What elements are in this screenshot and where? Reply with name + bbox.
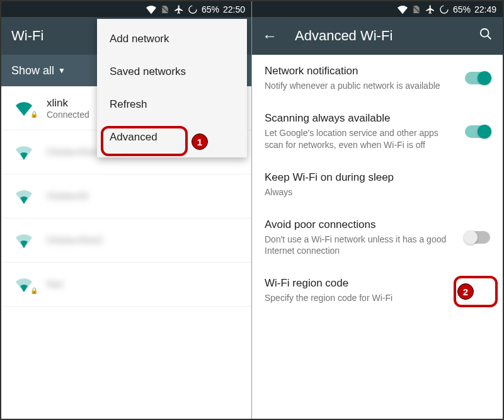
sim-off-icon [160,4,170,14]
toggle-switch[interactable] [465,125,490,138]
chevron-down-icon: ▼ [58,66,66,75]
wifi-status-icon [146,4,156,14]
menu-add-network[interactable]: Add network [97,23,247,55]
setting-avoid-poor-connections[interactable]: Avoid poor connections Don't use a Wi-Fi… [252,208,503,268]
setting-scanning-always[interactable]: Scanning always available Let Google's l… [252,102,503,161]
wifi-signal-icon [11,232,37,249]
setting-subtitle: Specify the region code for Wi-Fi [265,292,483,304]
loading-icon [188,4,198,14]
status-bar: 65% 22:49 [252,1,503,17]
setting-keep-wifi-sleep[interactable]: Keep Wi-Fi on during sleep Always [252,161,503,208]
loading-icon [439,4,449,14]
screen-advanced-wifi: 65% 22:49 ← Advanced Wi-Fi Network notif… [252,1,503,419]
wifi-name: HiddenN [47,190,241,203]
svg-point-3 [440,6,448,13]
filter-label: Show all [11,64,54,77]
clock: 22:49 [474,4,496,14]
setting-subtitle: Always [265,186,483,198]
sim-off-icon [411,4,421,14]
clock: 22:50 [223,4,245,14]
setting-network-notification[interactable]: Network notification Notify whenever a p… [252,55,503,102]
wifi-signal-icon [11,144,37,161]
svg-point-1 [189,6,197,13]
overflow-menu: Add network Saved networks Refresh Advan… [97,19,247,157]
search-icon[interactable] [479,27,493,45]
wifi-status-icon [398,4,408,14]
callout-badge-2: 2 [457,283,474,300]
setting-subtitle: Let Google's location service and other … [265,127,457,151]
wifi-row[interactable]: HiddenN [1,174,251,219]
setting-title: Network notification [265,65,457,77]
toggle-switch[interactable] [465,72,490,84]
wifi-signal-icon: 🔒 [11,100,37,116]
wifi-signal-icon: 🔒 [11,276,37,293]
setting-subtitle: Don't use a Wi-Fi network unless it has … [265,234,457,258]
battery-percent: 65% [202,4,219,14]
app-bar: ← Advanced Wi-Fi [252,17,503,55]
lock-icon: 🔒 [30,287,38,294]
toggle-switch[interactable] [465,231,490,244]
settings-list: Network notification Notify whenever a p… [252,55,503,314]
lock-icon: 🔒 [30,111,38,118]
menu-saved-networks[interactable]: Saved networks [97,55,247,88]
airplane-icon [425,4,435,14]
svg-line-5 [488,36,491,40]
back-icon[interactable]: ← [262,27,277,45]
page-title: Advanced Wi-Fi [295,28,479,44]
menu-refresh[interactable]: Refresh [97,88,247,121]
wifi-name: Net [47,278,241,291]
airplane-icon [174,4,184,14]
menu-advanced[interactable]: Advanced [97,121,247,154]
wifi-row[interactable]: HiddenNet2 [1,219,251,263]
setting-title: Keep Wi-Fi on during sleep [265,171,483,184]
battery-percent: 65% [453,4,471,14]
status-bar: 65% 22:50 [1,1,251,17]
wifi-name: HiddenNet2 [47,234,241,247]
svg-point-4 [481,29,489,37]
setting-title: Scanning always available [265,112,457,125]
callout-badge-1: 1 [192,133,208,150]
wifi-row[interactable]: 🔒 Net [1,263,251,307]
wifi-signal-icon [11,188,37,205]
screen-wifi: 65% 22:50 Wi-Fi Show all ▼ 🔒 xlink Conne… [1,1,252,419]
setting-title: Avoid poor connections [265,219,457,231]
setting-title: Wi-Fi region code [265,277,483,290]
setting-subtitle: Notify whenever a public network is avai… [265,80,457,92]
